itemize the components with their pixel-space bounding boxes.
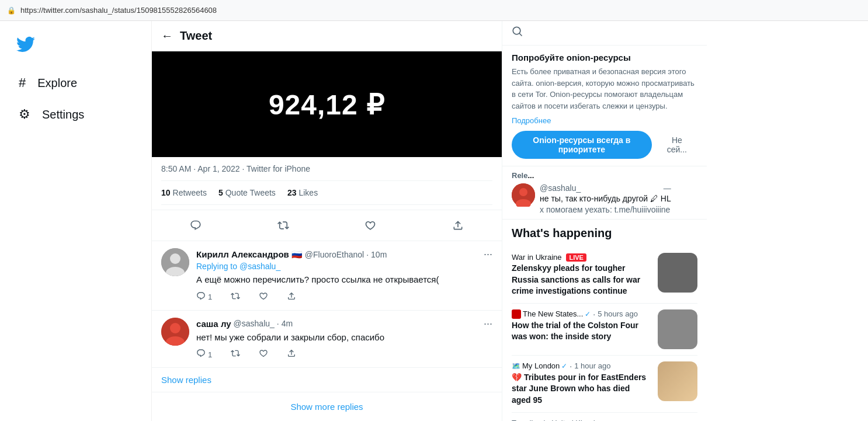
onion-secondary-button[interactable]: Не сей...: [657, 131, 697, 159]
source-name-3: My London: [522, 361, 560, 370]
news-source-3: 🗺️ My London ✓ · 1 hour ago: [512, 361, 651, 371]
reply-text: нет! мы уже собрали и закрыли сбор, спас…: [196, 331, 492, 345]
reply-more-button[interactable]: ···: [484, 318, 492, 330]
trending-item[interactable]: Trending in United Kingdom Dan Walker ··…: [512, 413, 697, 421]
reply-time: 10m: [371, 250, 387, 259]
reply-author-name: саша лу: [196, 319, 231, 329]
sidebar-item-explore[interactable]: # Explore: [12, 69, 140, 96]
twitter-logo[interactable]: [12, 30, 140, 60]
trending-header: Trending in United Kingdom Dan Walker ··…: [512, 419, 697, 421]
verified-icon: ✓: [585, 310, 591, 318]
reply-action-button[interactable]: [185, 215, 206, 236]
replies-section: Кирилл Александров 🇷🇺 @FluoroEthanol · 1…: [152, 241, 502, 392]
tweet-timestamp: 8:50 AM · Apr 1, 2022 · Twitter for iPho…: [161, 164, 492, 173]
reply-share-button[interactable]: [287, 349, 296, 360]
table-row: саша лу @sashalu_ · 4m ··· нет! мы уже с…: [152, 311, 502, 368]
app-container: # Explore ⚙ Settings ← Tweet 924,12 ₽ 8:…: [0, 21, 868, 421]
share-icon: [287, 291, 296, 303]
quote-count: 5: [218, 188, 223, 197]
avatar: [161, 248, 189, 276]
user-mention-content: @sashalu_ — не ты, так кто-нибудь другой…: [512, 183, 697, 214]
reply-actions: 1: [196, 349, 492, 360]
reply-header: Кирилл Александров 🇷🇺 @FluoroEthanol · 1…: [196, 248, 492, 260]
trending-label: Trending in United Kingdom: [512, 419, 606, 421]
show-replies-link[interactable]: Show replies: [152, 368, 502, 392]
news-text-1: War in Ukraine LIVE Zelenskyy pleads for…: [512, 253, 651, 297]
reply-text: А ещё можно перечислить? просто ссылка н…: [196, 273, 492, 287]
right-sidebar-inner: Попробуйте onion-ресурсы Есть более прив…: [502, 21, 707, 421]
news-source-1: War in Ukraine LIVE: [512, 253, 651, 262]
share-icon: [287, 349, 296, 360]
news-source-2: The New States... ✓ · 5 hours ago: [512, 309, 651, 319]
follow-button[interactable]: —: [664, 184, 671, 193]
reply-author-handle: @FluoroEthanol: [305, 250, 364, 259]
list-item[interactable]: The New States... ✓ · 5 hours ago How th…: [512, 304, 697, 356]
news-time-2: 5 hours ago: [598, 309, 638, 318]
svg-point-1: [170, 253, 180, 264]
explore-icon: #: [19, 75, 26, 91]
news-time-3: 1 hour ago: [574, 361, 610, 370]
reply-reply-count: 1: [208, 350, 212, 359]
tweet-stats: 10 Retweets 5 Quote Tweets 23 Likes: [161, 180, 492, 205]
browser-url: https://twitter.com/sashalu_/status/1509…: [20, 6, 217, 15]
sidebar-item-explore-label: Explore: [37, 76, 77, 90]
sidebar: # Explore ⚙ Settings: [0, 21, 152, 421]
address-bar: 🔒 https://twitter.com/sashalu_/status/15…: [0, 0, 868, 21]
onion-learn-more-link[interactable]: Подробнее: [512, 116, 697, 125]
user-mention-link-text: х помогаем уехать: t.me/huiiivoiiine: [540, 205, 671, 214]
news-text-2: The New States... ✓ · 5 hours ago How th…: [512, 309, 651, 349]
likes-label: Likes: [298, 188, 318, 197]
reply-more-button[interactable]: ···: [484, 248, 492, 260]
heart-icon: [259, 349, 268, 360]
reply-retweet-button[interactable]: [231, 291, 240, 303]
reply-like-button[interactable]: [259, 349, 268, 360]
retweet-label: Retweets: [173, 188, 207, 197]
likes-stat[interactable]: 23 Likes: [287, 188, 318, 197]
reply-content: саша лу @sashalu_ · 4m ··· нет! мы уже с…: [196, 318, 492, 361]
reply-icon: [196, 349, 206, 360]
news-text-3: 🗺️ My London ✓ · 1 hour ago 💔 Tributes p…: [512, 361, 651, 406]
onion-resources-banner: Попробуйте onion-ресурсы Есть более прив…: [502, 46, 707, 166]
replying-to: Replying to @sashalu_: [196, 262, 492, 271]
news-thumbnail-1: [658, 253, 697, 293]
live-badge: LIVE: [566, 253, 586, 262]
share-action-button[interactable]: [447, 215, 468, 236]
reply-like-button[interactable]: [259, 291, 268, 303]
related-label: Rele...: [512, 171, 697, 180]
table-row: Кирилл Александров 🇷🇺 @FluoroEthanol · 1…: [152, 241, 502, 311]
heart-icon: [259, 291, 268, 303]
onion-banner-body: Есть более приватная и безопасная версия…: [512, 66, 697, 112]
reply-user-info: Кирилл Александров 🇷🇺 @FluoroEthanol · 1…: [196, 249, 387, 260]
tweet-metadata: 8:50 AM · Apr 1, 2022 · Twitter for iPho…: [152, 157, 502, 210]
sidebar-item-settings[interactable]: ⚙ Settings: [12, 101, 140, 128]
quote-tweet-stat[interactable]: 5 Quote Tweets: [218, 188, 276, 197]
news-thumbnail-2: [658, 309, 697, 349]
reply-flag: 🇷🇺: [291, 249, 303, 260]
whats-happening-section: What's happening War in Ukraine LIVE Zel…: [502, 220, 707, 421]
right-top-bar: [502, 21, 707, 46]
search-icon[interactable]: [512, 26, 523, 40]
retweet-action-button[interactable]: [273, 215, 294, 236]
news-headline-2: How the trial of the Colston Four was wo…: [512, 320, 651, 343]
user-mention-body: не ты, так кто-нибудь другой 🖊 HL: [540, 193, 671, 205]
reply-reply-button[interactable]: 1: [196, 291, 212, 303]
retweet-stat[interactable]: 10 Retweets: [161, 188, 207, 197]
onion-primary-button[interactable]: Onion-ресурсы всегда в приоритете: [512, 131, 652, 159]
verified-icon-3: ✓: [561, 362, 567, 370]
retweet-icon: [231, 349, 240, 360]
show-more-replies-button[interactable]: Show more replies: [152, 392, 502, 421]
user-handle: @sashalu_: [540, 183, 581, 193]
reply-share-button[interactable]: [287, 291, 296, 303]
onion-banner-title: Попробуйте onion-ресурсы: [512, 53, 697, 62]
reply-icon: [196, 291, 206, 303]
list-item[interactable]: War in Ukraine LIVE Zelenskyy pleads for…: [512, 247, 697, 304]
back-button[interactable]: ←: [161, 29, 173, 43]
tweet-detail-panel: ← Tweet 924,12 ₽ 8:50 AM · Apr 1, 2022 ·…: [152, 21, 502, 421]
like-action-button[interactable]: [360, 215, 381, 236]
reply-reply-button[interactable]: 1: [196, 349, 212, 360]
reply-retweet-button[interactable]: [231, 349, 240, 360]
list-item[interactable]: 🗺️ My London ✓ · 1 hour ago 💔 Tributes p…: [512, 356, 697, 413]
right-sidebar: Попробуйте onion-ресурсы Есть более прив…: [502, 21, 707, 421]
tweet-actions-bar: [152, 210, 502, 241]
retweet-icon: [231, 291, 240, 303]
